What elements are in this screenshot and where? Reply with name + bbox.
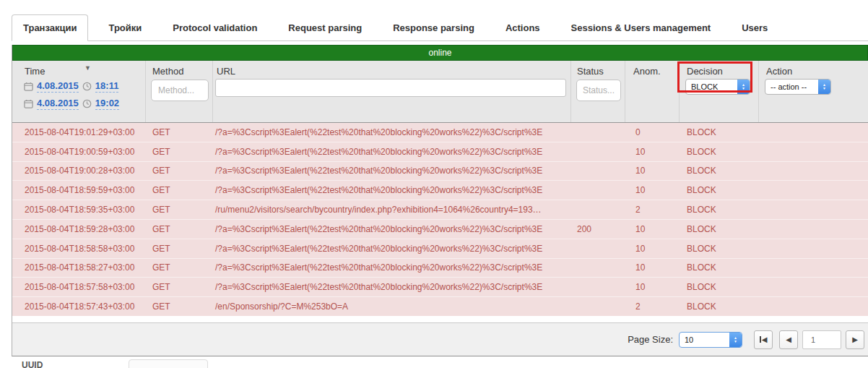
- table-row[interactable]: 2015-08-04T18:59:59+03:00 GET /?a=%3Cscr…: [12, 181, 868, 200]
- cell-url: /?a=%3Cscript%3Ealert(%22test%20that%20b…: [213, 127, 571, 137]
- first-page-button[interactable]: ◀: [754, 330, 773, 349]
- cell-anom: 10: [625, 244, 680, 254]
- cell-url: /?a=%3Cscript%3Ealert(%22test%20that%20b…: [213, 282, 571, 292]
- table-row[interactable]: 2015-08-04T18:58:27+03:00 GET /?a=%3Cscr…: [12, 259, 868, 278]
- cell-decision: BLOCK: [680, 262, 759, 273]
- cell-method: GET: [146, 205, 213, 215]
- time-to-link[interactable]: 19:02: [95, 98, 119, 110]
- column-status: Status: [571, 61, 625, 122]
- cell-url: /?a=%3Cscript%3Ealert(%22test%20that%20b…: [213, 185, 571, 195]
- cell-decision: BLOCK: [680, 244, 759, 254]
- select-stepper-icon: ▲▼: [729, 333, 742, 347]
- page-number-input[interactable]: [802, 330, 841, 349]
- cell-decision: BLOCK: [680, 185, 759, 195]
- cell-method: GET: [146, 147, 213, 157]
- tab-response-parsing[interactable]: Response parsing: [382, 15, 485, 40]
- next-page-button[interactable]: ▶: [846, 330, 864, 349]
- time-column-label: Time: [12, 61, 145, 77]
- cell-time: 2015-08-04T19:00:59+03:00: [12, 147, 146, 157]
- date-to-link[interactable]: 4.08.2015: [37, 98, 79, 110]
- cell-time: 2015-08-04T18:59:35+03:00: [12, 205, 146, 215]
- cell-decision: BLOCK: [680, 301, 759, 312]
- url-column-label: URL: [213, 61, 570, 77]
- tab-actions[interactable]: Actions: [495, 15, 551, 40]
- anom-column-label: Anom.: [625, 61, 679, 77]
- time-from-link[interactable]: 18:11: [95, 80, 119, 93]
- status-filter-input[interactable]: [576, 80, 621, 101]
- online-status-banner: online: [12, 45, 868, 61]
- cell-anom: 2: [625, 205, 680, 215]
- cell-anom: 10: [625, 282, 680, 292]
- decision-filter-value: BLOCK: [686, 82, 718, 91]
- cell-url: /?a=%3Cscript%3Ealert(%22test%20that%20b…: [213, 224, 571, 234]
- uuid-filter-input[interactable]: [129, 359, 208, 368]
- tab-users[interactable]: Users: [731, 15, 778, 40]
- uuid-label: UUID: [22, 360, 43, 368]
- cell-anom: 2: [625, 301, 680, 312]
- select-stepper-icon: ▲▼: [818, 80, 830, 94]
- url-filter-input[interactable]: [215, 79, 566, 97]
- calendar-icon[interactable]: [24, 99, 33, 108]
- table-row[interactable]: 2015-08-04T18:58:58+03:00 GET /?a=%3Cscr…: [12, 239, 868, 259]
- tab-sessions-users-management[interactable]: Sessions & Users management: [560, 15, 722, 40]
- sort-desc-icon[interactable]: ▼: [84, 65, 91, 72]
- cell-method: GET: [146, 301, 213, 312]
- cell-time: 2015-08-04T18:59:59+03:00: [12, 185, 146, 195]
- cell-anom: 0: [625, 127, 680, 137]
- cell-method: GET: [146, 282, 213, 292]
- tab-transactions[interactable]: Транзакции: [12, 14, 88, 41]
- method-filter-input[interactable]: [151, 80, 209, 101]
- date-from-link[interactable]: 4.08.2015: [37, 80, 79, 93]
- transactions-table-body: 2015-08-04T19:01:29+03:00 GET /?a=%3Cscr…: [12, 123, 868, 316]
- cell-time: 2015-08-04T18:59:28+03:00: [12, 224, 146, 234]
- column-time: Time ▼ 4.08.2015 18:11: [12, 61, 146, 122]
- calendar-icon[interactable]: [24, 82, 33, 91]
- column-anom: Anom.: [625, 61, 680, 122]
- cell-time: 2015-08-04T18:58:58+03:00: [12, 244, 146, 254]
- transactions-panel: online Time ▼ 4.08.2015: [12, 45, 868, 356]
- cell-anom: 10: [625, 147, 680, 157]
- cell-url: /?a=%3Cscript%3Ealert(%22test%20that%20b…: [213, 244, 571, 254]
- action-filter-select[interactable]: -- action -- ▲▼: [765, 79, 831, 95]
- action-filter-value: -- action --: [765, 82, 807, 91]
- table-row[interactable]: 2015-08-04T18:59:28+03:00 GET /?a=%3Cscr…: [12, 220, 868, 239]
- cell-method: GET: [146, 166, 213, 176]
- table-footer-gap: [12, 316, 868, 322]
- cell-anom: 10: [625, 224, 680, 234]
- cell-method: GET: [146, 244, 213, 254]
- page-size-select[interactable]: 10 ▲▼: [679, 332, 742, 348]
- first-page-bar-icon: [760, 336, 761, 343]
- decision-filter-select[interactable]: BLOCK ▲▼: [685, 79, 750, 95]
- next-page-icon: ▶: [852, 335, 858, 343]
- prev-page-icon: ◀: [786, 335, 791, 343]
- first-page-icon: ◀: [762, 335, 768, 343]
- column-method: Method: [146, 61, 213, 122]
- prev-page-button[interactable]: ◀: [779, 330, 798, 349]
- table-row[interactable]: 2015-08-04T19:01:29+03:00 GET /?a=%3Cscr…: [12, 123, 868, 142]
- tab-request-parsing[interactable]: Request parsing: [277, 15, 373, 40]
- decision-column-label: Decision: [680, 61, 758, 77]
- table-row[interactable]: 2015-08-04T18:57:43+03:00 GET /en/Sponso…: [12, 297, 868, 316]
- table-row[interactable]: 2015-08-04T18:59:35+03:00 GET /ru/menu2/…: [12, 200, 868, 220]
- cell-status: 200: [571, 224, 625, 234]
- clock-icon[interactable]: [82, 99, 92, 108]
- clock-icon[interactable]: [82, 82, 92, 91]
- action-column-label: Action: [759, 61, 868, 77]
- cell-anom: 10: [625, 262, 680, 273]
- select-stepper-icon: ▲▼: [737, 80, 750, 94]
- cell-url: /?a=%3Cscript%3Ealert(%22test%20that%20b…: [213, 147, 571, 157]
- tab-protocol-validation[interactable]: Protocol validation: [162, 15, 268, 40]
- cell-time: 2015-08-04T19:01:29+03:00: [12, 127, 146, 137]
- table-header: Time ▼ 4.08.2015 18:11: [12, 61, 868, 123]
- cell-url: /en/Sponsorship/?C=M%253bO=A: [213, 301, 571, 312]
- table-row[interactable]: 2015-08-04T18:57:58+03:00 GET /?a=%3Cscr…: [12, 278, 868, 297]
- cell-time: 2015-08-04T19:00:28+03:00: [12, 166, 146, 176]
- cell-decision: BLOCK: [680, 224, 759, 234]
- cell-method: GET: [146, 224, 213, 234]
- cell-anom: 10: [625, 166, 680, 176]
- table-row[interactable]: 2015-08-04T19:00:28+03:00 GET /?a=%3Cscr…: [12, 162, 868, 181]
- filter-date-to: 4.08.2015 19:02: [12, 98, 145, 110]
- tab-troyki[interactable]: Тройки: [97, 15, 152, 40]
- cell-method: GET: [146, 262, 213, 273]
- table-row[interactable]: 2015-08-04T19:00:59+03:00 GET /?a=%3Cscr…: [12, 142, 868, 162]
